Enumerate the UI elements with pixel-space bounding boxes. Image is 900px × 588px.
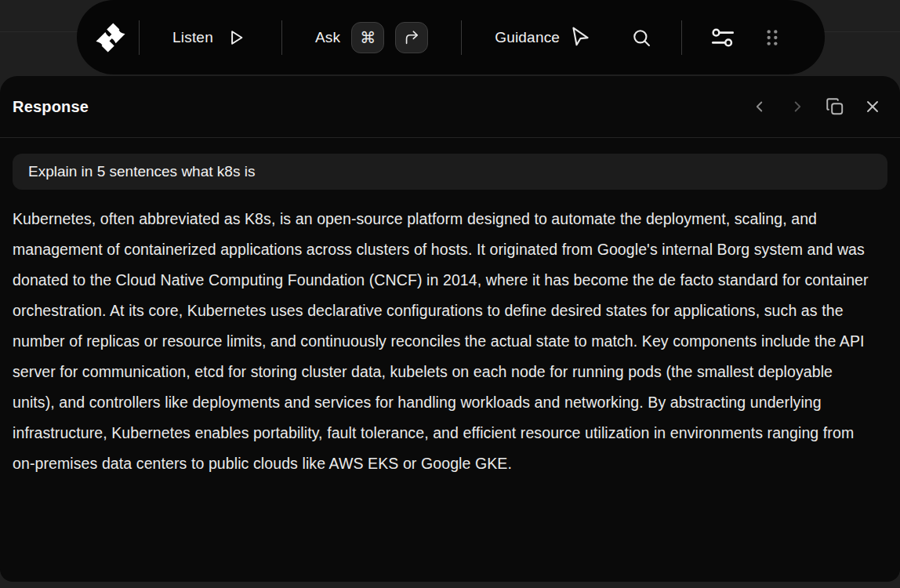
cursor-pointer-icon — [568, 26, 591, 49]
app-logo-button[interactable] — [77, 0, 139, 74]
ask-label: Ask — [315, 29, 340, 46]
ask-button[interactable]: Ask ⌘ — [282, 0, 461, 74]
panel-header-actions — [749, 96, 883, 117]
assistant-toolbar: Listen Ask ⌘ Guidance — [77, 0, 825, 74]
response-panel-header: Response — [0, 76, 900, 137]
close-panel-button[interactable] — [862, 96, 883, 117]
guidance-button[interactable]: Guidance — [462, 0, 591, 74]
sliders-icon[interactable] — [709, 24, 736, 51]
search-icon — [630, 27, 652, 49]
user-query-box: Explain in 5 sentences what k8s is — [13, 154, 887, 190]
play-icon — [226, 27, 246, 48]
command-key-icon: ⌘ — [360, 28, 376, 47]
app-logo-icon — [96, 23, 125, 53]
return-arrow-icon — [403, 29, 420, 46]
drag-handle-dots-icon[interactable] — [764, 27, 780, 48]
search-button[interactable] — [591, 0, 681, 74]
guidance-label: Guidance — [495, 29, 560, 46]
panel-title: Response — [13, 98, 89, 116]
header-divider — [0, 137, 900, 138]
listen-button[interactable]: Listen — [140, 0, 281, 74]
user-query-text: Explain in 5 sentences what k8s is — [28, 163, 255, 180]
chevron-right-icon — [789, 98, 806, 115]
toolbar-right-group — [682, 0, 799, 74]
response-panel: Response — [0, 76, 900, 582]
copy-icon — [825, 96, 845, 117]
copy-response-button[interactable] — [825, 96, 845, 117]
listen-label: Listen — [172, 29, 213, 46]
chevron-left-icon — [751, 98, 768, 115]
previous-response-button[interactable] — [749, 96, 770, 117]
close-icon — [863, 97, 882, 116]
command-key-badge: ⌘ — [351, 22, 384, 53]
next-response-button[interactable] — [787, 96, 807, 117]
response-body-text: Kubernetes, often abbreviated as K8s, is… — [0, 190, 900, 479]
return-key-badge — [395, 22, 428, 53]
